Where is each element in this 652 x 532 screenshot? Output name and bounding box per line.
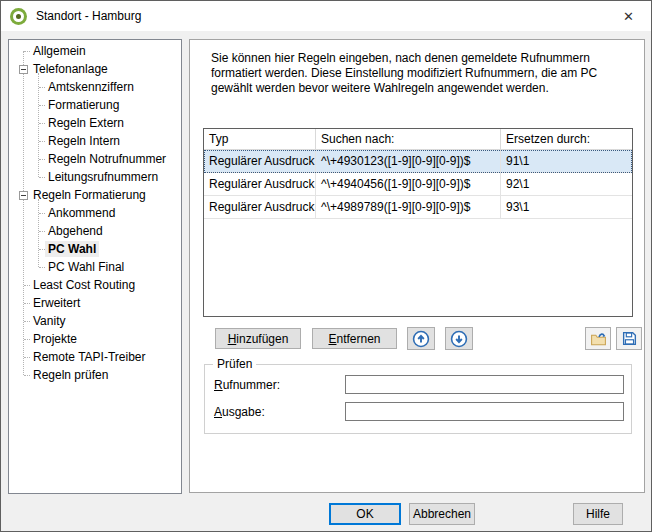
remove-button[interactable]: Entfernen [312,328,397,349]
move-up-button[interactable] [407,327,435,350]
column-header-typ[interactable]: Typ [204,129,316,149]
collapse-expander-icon[interactable] [19,191,28,200]
tree-item-least-cost-routing[interactable]: Least Cost Routing [9,276,181,294]
cancel-button[interactable]: Abbrechen [409,503,475,525]
ausgabe-label: Ausgabe: [214,405,265,419]
settings-tree-panel: Allgemein Telefonanlage Amtskennziffern … [8,39,182,494]
tree-item-leitungsrufnummern[interactable]: Leitungsrufnummern [9,168,181,186]
description-text: Sie können hier Regeln eingeben, nach de… [211,51,639,96]
tree-item-regeln-intern[interactable]: Regeln Intern [9,132,181,150]
column-header-suchen-nach[interactable]: Suchen nach: [316,129,501,149]
titlebar: Standort - Hamburg ✕ [1,1,651,31]
folder-import-icon [590,330,607,347]
tree-item-amtskennziffern[interactable]: Amtskennziffern [9,78,181,96]
add-button[interactable]: Hinzufügen [215,328,301,349]
rules-table[interactable]: Typ Suchen nach: Ersetzen durch: Regulär… [203,128,633,317]
rules-table-header: Typ Suchen nach: Ersetzen durch: [204,129,632,150]
tree-item-telefonanlage[interactable]: Telefonanlage [9,60,181,78]
tree-item-remote-tapi-treiber[interactable]: Remote TAPI-Treiber [9,348,181,366]
tree-item-formatierung[interactable]: Formatierung [9,96,181,114]
close-icon: ✕ [623,9,634,24]
rufnummer-label: Rufnummer: [214,378,280,392]
pruefen-groupbox: Prüfen Rufnummer: Ausgabe: [204,364,632,434]
tree-item-regeln-notrufnummer[interactable]: Regeln Notrufnummer [9,150,181,168]
tree-item-abgehend[interactable]: Abgehend [9,222,181,240]
import-rules-button[interactable] [585,327,611,350]
arrow-up-circle-icon [412,330,430,348]
tree-item-regeln-pruefen[interactable]: Regeln prüfen [9,366,181,384]
rufnummer-input[interactable] [345,375,624,394]
tree-item-allgemein[interactable]: Allgemein [9,42,181,60]
groupbox-title: Prüfen [213,357,256,371]
ausgabe-input[interactable] [345,402,624,421]
collapse-expander-icon[interactable] [19,65,28,74]
save-rules-button[interactable] [616,327,642,350]
close-button[interactable]: ✕ [606,1,651,31]
tree-item-regeln-formatierung[interactable]: Regeln Formatierung [9,186,181,204]
tree-item-vanity[interactable]: Vanity [9,312,181,330]
save-disk-icon [621,330,638,347]
tree-item-pc-wahl-final[interactable]: PC Wahl Final [9,258,181,276]
tree-item-erweitert[interactable]: Erweitert [9,294,181,312]
tree-item-regeln-extern[interactable]: Regeln Extern [9,114,181,132]
tree-item-ankommend[interactable]: Ankommend [9,204,181,222]
help-button[interactable]: Hilfe [573,503,623,525]
column-header-ersetzen-durch[interactable]: Ersetzen durch: [501,129,632,149]
pc-wahl-settings-panel: Sie können hier Regeln eingeben, nach de… [189,39,645,493]
table-row[interactable]: Regulärer Ausdruck ^\+4940456([1-9][0-9]… [204,173,632,196]
standort-dialog: Standort - Hamburg ✕ Allgemein Telefonan… [0,0,652,532]
arrow-down-circle-icon [450,330,468,348]
settings-tree: Allgemein Telefonanlage Amtskennziffern … [9,40,181,384]
tree-item-projekte[interactable]: Projekte [9,330,181,348]
table-row[interactable]: Regulärer Ausdruck ^\+4989789([1-9][0-9]… [204,196,632,219]
move-down-button[interactable] [445,327,473,350]
ok-button[interactable]: OK [329,503,401,525]
window-title: Standort - Hamburg [36,9,141,23]
tree-item-pc-wahl[interactable]: PC Wahl [9,240,181,258]
app-logo-icon [10,8,27,25]
table-row[interactable]: Regulärer Ausdruck ^\+4930123([1-9][0-9]… [204,150,632,173]
